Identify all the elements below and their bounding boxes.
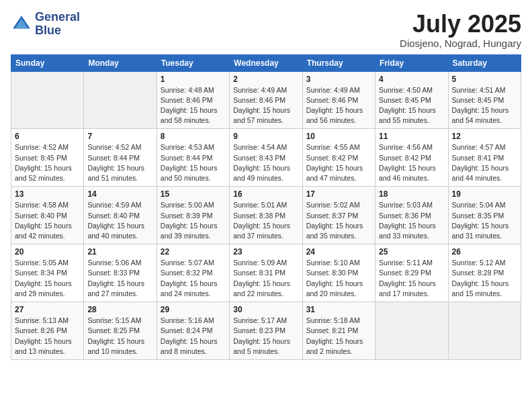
day-number: 2 [233, 75, 298, 84]
calendar-cell: 17Sunrise: 5:02 AM Sunset: 8:37 PM Dayli… [302, 187, 375, 244]
calendar-cell: 20Sunrise: 5:05 AM Sunset: 8:34 PM Dayli… [11, 244, 84, 302]
day-number: 3 [306, 75, 371, 84]
title-block: July 2025 Diosjeno, Nograd, Hungary [400, 11, 521, 49]
day-number: 6 [15, 132, 80, 141]
calendar-cell: 27Sunrise: 5:13 AM Sunset: 8:26 PM Dayli… [11, 302, 84, 360]
day-number: 14 [87, 189, 152, 199]
day-number: 13 [15, 189, 80, 199]
day-info: Sunrise: 4:50 AM Sunset: 8:45 PM Dayligh… [379, 85, 444, 126]
calendar-cell: 2Sunrise: 4:49 AM Sunset: 8:46 PM Daylig… [230, 71, 302, 129]
day-number: 21 [87, 247, 152, 257]
weekday-header-cell: Tuesday [157, 54, 229, 71]
day-info: Sunrise: 5:18 AM Sunset: 8:21 PM Dayligh… [306, 316, 371, 357]
calendar-cell: 16Sunrise: 5:01 AM Sunset: 8:38 PM Dayli… [230, 187, 302, 244]
calendar-week-row: 6Sunrise: 4:52 AM Sunset: 8:45 PM Daylig… [11, 129, 521, 187]
day-number: 5 [452, 75, 517, 84]
day-number: 15 [161, 189, 226, 199]
calendar-cell: 19Sunrise: 5:04 AM Sunset: 8:35 PM Dayli… [448, 187, 521, 244]
day-info: Sunrise: 5:17 AM Sunset: 8:23 PM Dayligh… [233, 316, 298, 357]
calendar-cell: 28Sunrise: 5:15 AM Sunset: 8:25 PM Dayli… [84, 302, 157, 360]
calendar-cell [11, 71, 84, 129]
weekday-header-cell: Wednesday [230, 54, 302, 71]
day-info: Sunrise: 5:07 AM Sunset: 8:32 PM Dayligh… [161, 258, 226, 299]
calendar-cell [375, 302, 448, 360]
weekday-header-cell: Sunday [11, 54, 84, 71]
day-number: 7 [87, 132, 152, 141]
calendar-cell: 29Sunrise: 5:16 AM Sunset: 8:24 PM Dayli… [157, 302, 229, 360]
logo-icon [11, 13, 32, 35]
day-info: Sunrise: 4:58 AM Sunset: 8:40 PM Dayligh… [15, 200, 80, 241]
calendar-cell: 15Sunrise: 5:00 AM Sunset: 8:39 PM Dayli… [157, 187, 229, 244]
day-number: 16 [233, 189, 298, 199]
calendar-cell: 8Sunrise: 4:53 AM Sunset: 8:44 PM Daylig… [157, 129, 229, 187]
day-info: Sunrise: 4:54 AM Sunset: 8:43 PM Dayligh… [233, 142, 298, 183]
day-info: Sunrise: 4:59 AM Sunset: 8:40 PM Dayligh… [87, 200, 152, 241]
day-info: Sunrise: 4:49 AM Sunset: 8:46 PM Dayligh… [233, 85, 298, 126]
logo-line2: Blue [35, 24, 80, 38]
calendar-cell: 13Sunrise: 4:58 AM Sunset: 8:40 PM Dayli… [11, 187, 84, 244]
calendar-cell: 1Sunrise: 4:48 AM Sunset: 8:46 PM Daylig… [157, 71, 229, 129]
day-number: 11 [379, 132, 444, 141]
day-number: 12 [452, 132, 517, 141]
day-info: Sunrise: 5:16 AM Sunset: 8:24 PM Dayligh… [161, 316, 226, 357]
day-number: 1 [161, 75, 226, 84]
calendar-cell [84, 71, 157, 129]
day-info: Sunrise: 5:10 AM Sunset: 8:30 PM Dayligh… [306, 258, 371, 299]
day-number: 27 [15, 305, 80, 314]
calendar-cell: 30Sunrise: 5:17 AM Sunset: 8:23 PM Dayli… [230, 302, 302, 360]
day-number: 19 [452, 189, 517, 199]
calendar-cell [448, 302, 521, 360]
calendar-cell: 22Sunrise: 5:07 AM Sunset: 8:32 PM Dayli… [157, 244, 229, 302]
day-info: Sunrise: 5:00 AM Sunset: 8:39 PM Dayligh… [161, 200, 226, 241]
day-number: 20 [15, 247, 80, 257]
calendar-cell: 5Sunrise: 4:51 AM Sunset: 8:45 PM Daylig… [448, 71, 521, 129]
calendar-cell: 4Sunrise: 4:50 AM Sunset: 8:45 PM Daylig… [375, 71, 448, 129]
day-number: 25 [379, 247, 444, 257]
calendar-cell: 24Sunrise: 5:10 AM Sunset: 8:30 PM Dayli… [302, 244, 375, 302]
calendar-cell: 14Sunrise: 4:59 AM Sunset: 8:40 PM Dayli… [84, 187, 157, 244]
day-info: Sunrise: 4:52 AM Sunset: 8:44 PM Dayligh… [87, 142, 152, 183]
page-header: General Blue July 2025 Diosjeno, Nograd,… [11, 11, 521, 49]
month-title: July 2025 [400, 11, 521, 38]
calendar-header-row: SundayMondayTuesdayWednesdayThursdayFrid… [11, 54, 521, 71]
day-info: Sunrise: 5:12 AM Sunset: 8:28 PM Dayligh… [452, 258, 517, 299]
logo: General Blue [11, 11, 80, 38]
calendar-week-row: 13Sunrise: 4:58 AM Sunset: 8:40 PM Dayli… [11, 187, 521, 244]
day-number: 26 [452, 247, 517, 257]
day-info: Sunrise: 5:02 AM Sunset: 8:37 PM Dayligh… [306, 200, 371, 241]
day-number: 23 [233, 247, 298, 257]
day-info: Sunrise: 5:09 AM Sunset: 8:31 PM Dayligh… [233, 258, 298, 299]
calendar-cell: 23Sunrise: 5:09 AM Sunset: 8:31 PM Dayli… [230, 244, 302, 302]
logo-text: General Blue [35, 11, 80, 38]
calendar-cell: 6Sunrise: 4:52 AM Sunset: 8:45 PM Daylig… [11, 129, 84, 187]
day-info: Sunrise: 4:52 AM Sunset: 8:45 PM Dayligh… [15, 142, 80, 183]
calendar-week-row: 1Sunrise: 4:48 AM Sunset: 8:46 PM Daylig… [11, 71, 521, 129]
day-number: 30 [233, 305, 298, 314]
calendar-cell: 10Sunrise: 4:55 AM Sunset: 8:42 PM Dayli… [302, 129, 375, 187]
day-number: 9 [233, 132, 298, 141]
day-number: 18 [379, 189, 444, 199]
weekday-header-cell: Friday [375, 54, 448, 71]
calendar-cell: 26Sunrise: 5:12 AM Sunset: 8:28 PM Dayli… [448, 244, 521, 302]
calendar-week-row: 27Sunrise: 5:13 AM Sunset: 8:26 PM Dayli… [11, 302, 521, 360]
day-info: Sunrise: 4:48 AM Sunset: 8:46 PM Dayligh… [161, 85, 226, 126]
day-number: 22 [161, 247, 226, 257]
calendar-cell: 12Sunrise: 4:57 AM Sunset: 8:41 PM Dayli… [448, 129, 521, 187]
location-title: Diosjeno, Nograd, Hungary [400, 38, 521, 49]
day-info: Sunrise: 4:55 AM Sunset: 8:42 PM Dayligh… [306, 142, 371, 183]
day-info: Sunrise: 5:06 AM Sunset: 8:33 PM Dayligh… [87, 258, 152, 299]
day-number: 17 [306, 189, 371, 199]
day-info: Sunrise: 4:53 AM Sunset: 8:44 PM Dayligh… [161, 142, 226, 183]
day-info: Sunrise: 5:15 AM Sunset: 8:25 PM Dayligh… [87, 316, 152, 357]
day-number: 29 [161, 305, 226, 314]
calendar-cell: 21Sunrise: 5:06 AM Sunset: 8:33 PM Dayli… [84, 244, 157, 302]
calendar-cell: 11Sunrise: 4:56 AM Sunset: 8:42 PM Dayli… [375, 129, 448, 187]
day-info: Sunrise: 5:01 AM Sunset: 8:38 PM Dayligh… [233, 200, 298, 241]
weekday-header-cell: Thursday [302, 54, 375, 71]
day-number: 8 [161, 132, 226, 141]
calendar-body: 1Sunrise: 4:48 AM Sunset: 8:46 PM Daylig… [11, 71, 521, 359]
calendar-cell: 3Sunrise: 4:49 AM Sunset: 8:46 PM Daylig… [302, 71, 375, 129]
calendar-cell: 18Sunrise: 5:03 AM Sunset: 8:36 PM Dayli… [375, 187, 448, 244]
logo-line1: General [35, 11, 80, 24]
day-info: Sunrise: 4:49 AM Sunset: 8:46 PM Dayligh… [306, 85, 371, 126]
